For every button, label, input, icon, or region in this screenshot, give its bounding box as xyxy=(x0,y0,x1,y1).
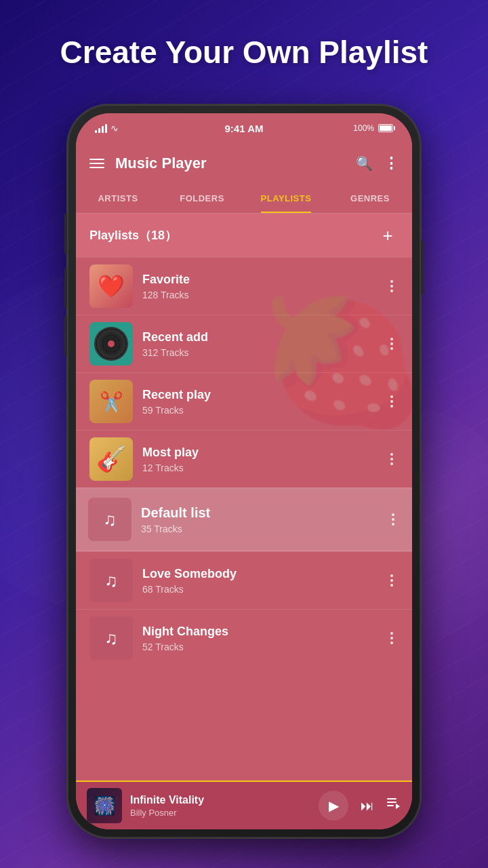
playlist-name-love-somebody: Love Somebody xyxy=(142,567,385,581)
playlist-item-night-changes[interactable]: ♫ Night Changes 52 Tracks xyxy=(76,609,412,667)
next-track-button[interactable]: ⏭ xyxy=(361,798,374,814)
signal-bars xyxy=(95,123,107,133)
playlist-tracks-night-changes: 52 Tracks xyxy=(142,642,385,652)
playlist-more-favorite[interactable] xyxy=(385,275,399,298)
signal-bar-3 xyxy=(102,126,104,133)
music-list-icon: ♫ xyxy=(103,509,117,530)
playlist-name-recent-add: Recent add xyxy=(142,330,385,344)
music-list-icon-2: ♫ xyxy=(104,570,118,591)
playlist-more-recent-add[interactable] xyxy=(385,332,399,355)
battery-fill xyxy=(380,125,392,131)
playlist-tracks-love-somebody: 68 Tracks xyxy=(142,584,385,595)
vinyl-icon xyxy=(94,327,128,361)
play-icon: ▶ xyxy=(329,797,339,814)
playlist-item-favorite[interactable]: ❤️ Favorite 128 Tracks xyxy=(76,257,412,315)
hamburger-line-1 xyxy=(89,159,104,160)
tabs-bar: ARTISTS FOLDERS PLAYLISTS GENRES xyxy=(76,184,412,214)
recent-play-emoji: ✂️ xyxy=(100,391,123,413)
status-bar: ∿ 9:41 AM 100% xyxy=(76,113,412,143)
playlist-list: ❤️ Favorite 128 Tracks xyxy=(76,257,412,488)
playlist-thumb-most-play: 🎸 xyxy=(89,437,133,481)
content-area: 🍓 Playlists（18） + ❤️ xyxy=(76,214,412,829)
music-list-icon-3: ♫ xyxy=(104,628,118,649)
playlist-item-love-somebody[interactable]: ♫ Love Somebody 68 Tracks xyxy=(76,551,412,609)
phone-screen: ∿ 9:41 AM 100% xyxy=(76,113,412,829)
page-title: Create Your Own Playlist xyxy=(0,34,488,71)
queue-icon xyxy=(386,796,401,811)
playlist-item-default-list[interactable]: ♫ Default list 35 Tracks xyxy=(76,488,412,551)
now-playing-thumb: 🎆 xyxy=(87,788,122,823)
playlist-name-recent-play: Recent play xyxy=(142,388,385,402)
playlist-tracks-recent-add: 312 Tracks xyxy=(142,347,385,358)
status-right: 100% xyxy=(353,123,393,133)
playlist-name-most-play: Most play xyxy=(142,446,385,460)
playlist-more-love-somebody[interactable] xyxy=(385,569,399,592)
playlist-tracks-default-list: 35 Tracks xyxy=(141,524,386,534)
queue-button[interactable] xyxy=(386,796,401,815)
app-title: Music Player xyxy=(115,155,345,172)
playlist-info-recent-add: Recent add 312 Tracks xyxy=(133,330,385,358)
add-playlist-button[interactable]: + xyxy=(377,224,399,246)
playlist-name-night-changes: Night Changes xyxy=(142,625,385,639)
next-icon: ⏭ xyxy=(361,798,374,813)
svg-marker-3 xyxy=(396,804,400,809)
status-time: 9:41 AM xyxy=(225,123,264,134)
now-playing-thumb-icon: 🎆 xyxy=(94,795,115,816)
playlists-header: Playlists（18） + xyxy=(76,214,412,257)
playlist-name-default-list: Default list xyxy=(141,505,386,521)
playlist-item-most-play[interactable]: 🎸 Most play 12 Tracks xyxy=(76,430,412,488)
phone-frame: ∿ 9:41 AM 100% xyxy=(68,105,420,837)
battery-icon xyxy=(378,124,393,132)
playlist-info-favorite: Favorite 128 Tracks xyxy=(133,273,385,300)
playlist-more-most-play[interactable] xyxy=(385,448,399,471)
now-playing-info: Infinite Vitality Billy Posner xyxy=(130,794,310,818)
signal-bar-1 xyxy=(95,130,97,133)
playlist-tracks-most-play: 12 Tracks xyxy=(142,462,385,473)
playlist-info-night-changes: Night Changes 52 Tracks xyxy=(133,625,385,652)
hamburger-line-3 xyxy=(89,167,104,168)
play-button[interactable]: ▶ xyxy=(319,791,348,821)
favorite-emoji: ❤️ xyxy=(98,273,125,299)
playlist-tracks-recent-play: 59 Tracks xyxy=(142,405,385,416)
playlist-thumb-favorite: ❤️ xyxy=(89,264,133,308)
hamburger-line-2 xyxy=(89,163,104,164)
playlist-info-love-somebody: Love Somebody 68 Tracks xyxy=(133,567,385,595)
more-options-button[interactable]: ⋮ xyxy=(384,155,399,172)
playlists-title: Playlists（18） xyxy=(89,227,177,243)
playlist-more-recent-play[interactable] xyxy=(385,390,399,413)
playlist-info-default-list: Default list 35 Tracks xyxy=(131,505,386,534)
playlist-info-most-play: Most play 12 Tracks xyxy=(133,446,385,473)
now-playing-artist: Billy Posner xyxy=(130,808,310,818)
playlist-tracks-favorite: 128 Tracks xyxy=(142,290,385,300)
hamburger-menu-button[interactable] xyxy=(89,159,104,168)
guitar-icon: 🎸 xyxy=(96,445,127,473)
playlist-thumb-recent-play: ✂️ xyxy=(89,380,133,423)
app-header: Music Player 🔍 ⋮ xyxy=(76,143,412,184)
playlist-item-recent-add[interactable]: Recent add 312 Tracks xyxy=(76,315,412,372)
phone-mockup: ∿ 9:41 AM 100% xyxy=(68,105,420,837)
status-left: ∿ xyxy=(95,123,119,134)
battery-percent: 100% xyxy=(353,123,374,133)
tab-artists[interactable]: ARTISTS xyxy=(76,184,160,213)
playlist-more-default-list[interactable] xyxy=(386,508,400,531)
tab-folders[interactable]: FOLDERS xyxy=(160,184,244,213)
now-playing-bar: 🎆 Infinite Vitality Billy Posner ▶ ⏭ xyxy=(76,781,412,829)
tab-genres[interactable]: GENRES xyxy=(328,184,412,213)
playlist-item-recent-play[interactable]: ✂️ Recent play 59 Tracks xyxy=(76,372,412,430)
playlist-info-recent-play: Recent play 59 Tracks xyxy=(133,388,385,416)
signal-bar-4 xyxy=(105,124,107,133)
playlist-thumb-recent-add xyxy=(89,322,133,366)
playlist-thumb-night-changes: ♫ xyxy=(89,616,133,660)
search-button[interactable]: 🔍 xyxy=(356,155,373,172)
now-playing-title: Infinite Vitality xyxy=(130,794,310,806)
playlist-thumb-default-list: ♫ xyxy=(88,498,131,541)
playlist-thumb-love-somebody: ♫ xyxy=(89,559,133,602)
tab-playlists[interactable]: PLAYLISTS xyxy=(244,184,328,213)
wifi-icon: ∿ xyxy=(110,123,119,134)
playlist-more-night-changes[interactable] xyxy=(385,627,399,650)
now-playing-controls: ▶ ⏭ xyxy=(319,791,401,821)
signal-bar-2 xyxy=(98,128,100,133)
playlist-name-favorite: Favorite xyxy=(142,273,385,287)
